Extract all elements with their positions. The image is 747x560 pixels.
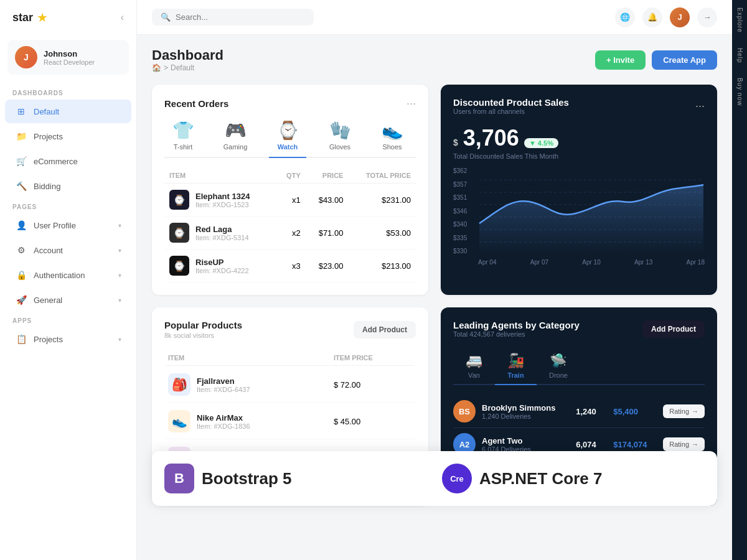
tab-watch[interactable]: ⌚ Watch	[269, 120, 306, 158]
rating-button[interactable]: Rating →	[663, 404, 705, 418]
topbar: 🔍 🌐 🔔 J →	[137, 0, 732, 35]
arrow-right-icon-button[interactable]: →	[697, 7, 717, 27]
bottom-row: Popular Products 8k social visitors Add …	[152, 307, 717, 506]
logo-star-icon: ★	[37, 10, 48, 25]
invite-button[interactable]: + Invite	[595, 50, 646, 70]
profile-name: Johnson	[44, 49, 95, 58]
sidebar-item-default[interactable]: ⊞ Default	[5, 100, 131, 123]
item-total: $213.00	[348, 250, 416, 282]
tab-train-label: Train	[507, 371, 524, 379]
world-icon-button[interactable]: 🌐	[615, 7, 635, 27]
sidebar-item-user-profile[interactable]: 👤 User Profile ▾	[5, 213, 131, 237]
y-label: $340	[453, 221, 467, 228]
aspnet-text: ASP.NET Core 7	[479, 469, 602, 488]
tab-van[interactable]: 🚐 Van	[453, 348, 495, 384]
right-sidebar: Explore Help Buy now	[732, 0, 747, 560]
gloves-icon: 🧤	[329, 120, 351, 141]
agent-earnings: $5,400	[613, 407, 657, 416]
sales-chart-svg	[478, 167, 705, 254]
list-item: 🎒 Fjallraven Item: #XDG-6437 $ 72.00	[166, 367, 415, 403]
clipboard-icon: 📋	[15, 333, 27, 345]
tab-tshirt[interactable]: 👕 T-shirt	[164, 120, 202, 157]
sidebar-item-projects-app[interactable]: 📋 Projects ▾	[5, 327, 131, 351]
sidebar-item-ecommerce[interactable]: 🛒 eCommerce	[5, 149, 131, 173]
promo-bootstrap: B Bootstrap 5	[164, 464, 427, 493]
sidebar-item-label: Projects	[34, 335, 63, 344]
item-price: $71.00	[306, 217, 349, 250]
orders-table: ITEM QTY PRICE TOTAL PRICE ⌚	[164, 168, 416, 282]
sales-number: 3,706	[463, 125, 519, 151]
item-sku: Item: #XDG-1523	[195, 201, 250, 208]
recent-orders-header: Recent Orders ···	[164, 97, 416, 110]
popular-products-subtitle: 8k social visitors	[164, 332, 242, 339]
logo-text: star	[12, 11, 33, 24]
item-thumb: ⌚	[169, 190, 189, 210]
agent-name: Brooklyn Simmons	[482, 403, 570, 413]
product-sku: Item: #XDG-1836	[197, 422, 250, 430]
sidebar-profile[interactable]: J Johnson React Developer	[7, 40, 129, 75]
drone-icon: 🛸	[550, 353, 566, 369]
train-icon: 🚂	[507, 353, 524, 369]
promo-overlay: B Bootstrap 5 Cre ASP.NET Core 7	[152, 451, 717, 506]
chart-x-labels: Apr 04 Apr 07 Apr 10 Apr 13 Apr 18	[478, 259, 705, 266]
agent-avatar: BS	[453, 400, 476, 422]
sidebar: star ★ ‹ J Johnson React Developer DASHB…	[0, 0, 137, 560]
col-qty: QTY	[276, 168, 306, 184]
create-app-button[interactable]: Create App	[652, 50, 717, 70]
item-name: RiseUP	[195, 258, 249, 267]
rating-label: Rating	[669, 408, 689, 415]
tab-train[interactable]: 🚂 Train	[495, 348, 537, 385]
tab-drone[interactable]: 🛸 Drone	[537, 348, 580, 384]
item-qty: x1	[276, 184, 306, 217]
col-price: ITEM PRICE	[331, 350, 415, 366]
x-label: Apr 18	[687, 259, 705, 266]
tab-shoes[interactable]: 👟 Shoes	[374, 120, 411, 157]
lock-icon: 🔒	[15, 269, 27, 281]
col-item: ITEM	[166, 350, 330, 366]
gaming-icon: 🎮	[225, 120, 247, 141]
bootstrap-badge: B	[164, 464, 194, 493]
tab-gloves[interactable]: 🧤 Gloves	[321, 120, 359, 157]
item-name: Elephant 1324	[195, 192, 250, 201]
sidebar-collapse-button[interactable]: ‹	[121, 12, 124, 23]
notification-icon-button[interactable]: 🔔	[642, 7, 662, 27]
leading-agents-header: Leading Agents by Category Total 424,567…	[453, 320, 705, 338]
folder-icon: 📁	[15, 130, 27, 142]
help-label[interactable]: Help	[734, 40, 746, 71]
more-options-icon[interactable]: ···	[695, 100, 705, 113]
user-icon: 👤	[15, 219, 27, 231]
topbar-avatar[interactable]: J	[670, 7, 690, 27]
agent-name: Agent Two	[482, 436, 570, 446]
y-label: $346	[453, 208, 467, 215]
sidebar-item-general[interactable]: 🚀 General ▾	[5, 288, 131, 312]
sales-chart: $362 $357 $351 $346 $340 $335 $330	[453, 167, 705, 266]
page-header: Dashboard 🏠 > Default + Invite Create Ap…	[152, 47, 717, 72]
col-total: TOTAL PRICE	[348, 168, 416, 184]
top-row: Recent Orders ··· 👕 T-shirt 🎮 Gaming ⌚	[152, 85, 717, 295]
add-product-button[interactable]: Add Product	[354, 321, 416, 338]
sidebar-logo: star ★ ‹	[0, 0, 136, 35]
search-input[interactable]	[176, 12, 300, 22]
promo-aspnet: Cre ASP.NET Core 7	[442, 464, 705, 493]
grid-icon: ⊞	[15, 105, 27, 118]
product-name: Fjallraven	[197, 376, 250, 386]
more-options-icon[interactable]: ···	[406, 97, 416, 110]
add-product-button[interactable]: Add Product	[642, 320, 705, 338]
search-box[interactable]: 🔍	[152, 9, 314, 26]
tab-gaming[interactable]: 🎮 Gaming	[217, 120, 254, 157]
agent-count: 1,240	[576, 407, 607, 416]
table-row: ⌚ Red Laga Item: #XDG-5314 x2 $71.00 $53…	[164, 217, 416, 250]
sidebar-item-account[interactable]: ⚙ Account ▾	[5, 238, 131, 262]
tshirt-icon: 👕	[172, 120, 194, 141]
buy-now-label[interactable]: Buy now	[734, 70, 746, 113]
rating-button[interactable]: Rating →	[663, 437, 705, 451]
x-label: Apr 04	[478, 259, 496, 266]
sidebar-item-bidding[interactable]: 🔨 Bidding	[5, 174, 131, 198]
watch-icon: ⌚	[277, 120, 299, 141]
x-label: Apr 13	[634, 259, 652, 266]
sidebar-item-projects[interactable]: 📁 Projects	[5, 124, 131, 148]
sidebar-item-authentication[interactable]: 🔒 Authentication ▾	[5, 263, 131, 287]
explore-label[interactable]: Explore	[734, 0, 746, 40]
sales-value: $ 3,706 ▼ 4.5%	[453, 125, 705, 151]
arrow-right-icon: →	[692, 408, 698, 415]
